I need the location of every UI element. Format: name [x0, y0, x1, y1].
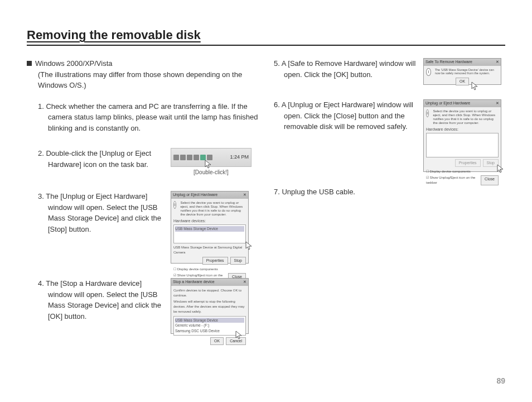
device-footer: USB Mass Storage Device at Samsung Digit… [173, 245, 246, 255]
close-button: Close [481, 175, 499, 185]
page-number: 89 [496, 376, 505, 385]
safe-remove-dialog: Safe To Remove Hardware ✕ iThe 'USB Mass… [423, 58, 501, 85]
cursor-icon [245, 241, 253, 250]
step-3-shot-wrap: Unplug or Eject Hardware ✕ iSelect the d… [171, 191, 249, 264]
step-4-text: 4. The [Stop a Hardware device] window w… [38, 278, 165, 322]
taskbar-screenshot: 1:24 PM [171, 148, 252, 167]
unplug-dialog-empty: Unplug or Eject Hardware ✕ iSelect the d… [423, 99, 501, 172]
dialog-hint: Windows will attempt to stop the followi… [173, 299, 246, 314]
step-6-text: 6. A [Unplug or Eject Hardware] window w… [274, 99, 418, 132]
step-5-shot-wrap: Safe To Remove Hardware ✕ iThe 'USB Mass… [423, 58, 501, 85]
dialog-title: Safe To Remove Hardware [425, 59, 472, 65]
stop-hardware-dialog: Stop a Hardware device ✕ Confirm devices… [171, 278, 249, 334]
list-item: Samsung DSC USB Device [175, 328, 244, 334]
content-columns: Windows 2000/XP/Vista (The illustrations… [27, 58, 505, 348]
cursor-icon [205, 160, 212, 169]
right-column: 5. A [Safe to Remove Hardware] window wi… [274, 58, 505, 348]
step-5: 5. A [Safe to Remove Hardware] window wi… [274, 58, 505, 85]
tray-icon [173, 155, 179, 160]
close-icon: ✕ [496, 100, 499, 107]
bullet-icon [27, 61, 32, 66]
step-1-text: 1. Check whether the camera and PC are t… [38, 101, 258, 134]
step-4: 4. The [Stop a Hardware device] window w… [27, 278, 258, 334]
tray-icon [194, 155, 199, 160]
hardware-list-empty [426, 133, 499, 157]
dialog-button-row: Properties Stop [173, 257, 246, 265]
ok-button: OK [456, 78, 469, 85]
dialog-hint: Select the device you want to unplug or … [433, 109, 499, 126]
info-icon: i [173, 201, 176, 209]
cursor-icon [497, 164, 505, 173]
step-2: 2. Double-click the [Unplug or Eject Har… [27, 148, 258, 176]
step-6: 6. A [Unplug or Eject Hardware] window w… [274, 99, 505, 172]
step-1: 1. Check whether the camera and PC are t… [27, 101, 258, 134]
step-6-shot-wrap: Unplug or Eject Hardware ✕ iSelect the d… [423, 99, 501, 172]
ok-button: OK [210, 337, 224, 345]
info-icon: i [426, 109, 429, 117]
dialog-hint: Confirm devices to be stopped. Choose OK… [173, 288, 246, 298]
page-title: Removing the removable disk [27, 28, 505, 46]
step-5-text: 5. A [Safe to Remove Hardware] window wi… [274, 58, 418, 80]
dialog-titlebar: Unplug or Eject Hardware ✕ [424, 100, 501, 107]
cursor-icon [235, 331, 243, 339]
step-3: 3. The [Unplug or Eject Hardware] window… [27, 191, 258, 264]
dialog-hint: Select the device you want to unplug or … [180, 201, 246, 217]
hardware-list: USB Mass Storage Device [173, 224, 246, 243]
dialog-titlebar: Unplug or Eject Hardware ✕ [171, 192, 248, 199]
hardware-list-label: Hardware devices: [173, 218, 246, 224]
left-column: Windows 2000/XP/Vista (The illustrations… [27, 58, 258, 348]
step-2-text: 2. Double-click the [Unplug or Eject Har… [38, 148, 165, 170]
step-7-text: 7. Unplug the USB cable. [274, 186, 505, 198]
taskbar-clock: 1:24 PM [230, 154, 249, 161]
double-click-label: [Double-click!] [194, 168, 229, 176]
stop-button: Stop [230, 257, 246, 265]
manual-page: Removing the removable disk Windows 2000… [0, 0, 532, 402]
properties-button: Properties [455, 159, 481, 167]
list-item: USB Mass Storage Device [175, 318, 244, 323]
intro-sub: (The illustrations may differ from those… [38, 69, 258, 91]
list-item: USB Mass Storage Device [175, 226, 244, 232]
stop-button: Stop [483, 159, 499, 167]
dialog-title: Unplug or Eject Hardware [425, 100, 470, 107]
properties-button: Properties [202, 257, 228, 265]
dialog-body: iSelect the device you want to unplug or… [424, 107, 501, 188]
dialog-titlebar: Stop a Hardware device ✕ [171, 279, 248, 286]
dialog-title: Stop a Hardware device [173, 279, 215, 285]
dialog-button-row: Properties Stop [426, 159, 499, 167]
step-4-shot-wrap: Stop a Hardware device ✕ Confirm devices… [171, 278, 249, 334]
info-icon: i [426, 68, 431, 76]
checkbox-label: Display device components [177, 267, 218, 271]
checkbox-label: Display device components [430, 170, 471, 173]
taskbar-screenshot-wrap: 1:24 PM [Double-click!] [171, 148, 252, 176]
tray-icon [187, 155, 192, 160]
dialog-body: iSelect the device you want to unplug or… [171, 199, 248, 285]
tray-icon [180, 155, 186, 160]
list-item: Generic volume - (F:) [175, 323, 244, 328]
intro-block: Windows 2000/XP/Vista (The illustrations… [27, 58, 258, 91]
hardware-list-label: Hardware devices: [426, 127, 499, 133]
checkbox-label: Show Unplug/Eject icon on the taskbar [426, 176, 475, 184]
dialog-titlebar: Safe To Remove Hardware ✕ [424, 59, 501, 66]
intro-heading: Windows 2000/XP/Vista [35, 59, 113, 68]
unplug-dialog: Unplug or Eject Hardware ✕ iSelect the d… [171, 191, 249, 264]
close-icon: ✕ [243, 192, 246, 198]
cursor-icon [471, 82, 479, 90]
dialog-title: Unplug or Eject Hardware [173, 192, 217, 198]
close-icon: ✕ [496, 59, 499, 65]
dialog-button-row: OK [426, 78, 499, 85]
dialog-msg: The 'USB Mass Storage Device' device can… [435, 68, 499, 76]
step-7: 7. Unplug the USB cable. [274, 186, 505, 198]
close-icon: ✕ [243, 279, 246, 285]
dialog-body: iThe 'USB Mass Storage Device' device ca… [424, 66, 501, 88]
step-3-text: 3. The [Unplug or Eject Hardware] window… [38, 191, 165, 234]
